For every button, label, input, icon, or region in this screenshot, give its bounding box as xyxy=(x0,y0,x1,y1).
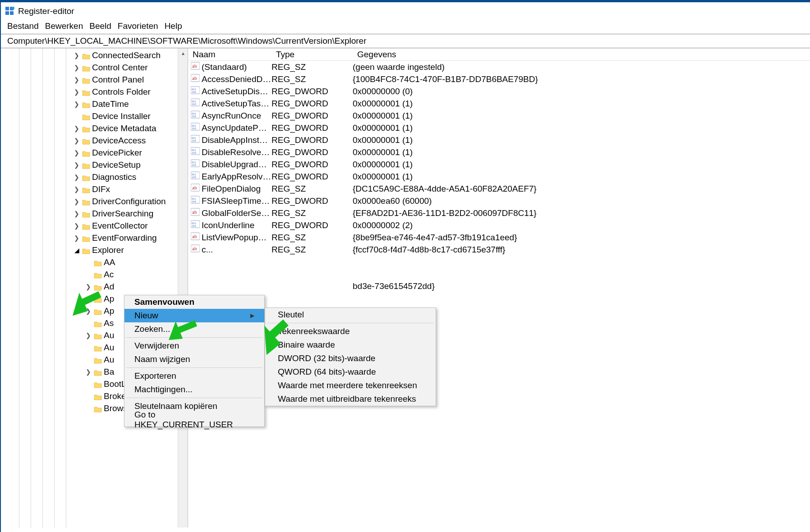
tree-item[interactable]: ❯Controls Folder xyxy=(1,86,188,98)
chevron-right-icon[interactable]: ❯ xyxy=(73,76,80,83)
value-row[interactable]: AccessDeniedDia...REG_SZ{100B4FC8-74C1-4… xyxy=(188,73,810,85)
tree-item[interactable]: AA xyxy=(1,256,188,268)
tree-item[interactable]: ❯DriverConfiguration xyxy=(1,195,188,207)
values-list: (Standaard)REG_SZ(geen waarde ingesteld)… xyxy=(188,61,810,292)
chevron-right-icon[interactable]: ❯ xyxy=(73,88,80,96)
value-data: {fccf70c8-f4d7-4d8b-8c17-cd6715e37fff} xyxy=(353,245,810,255)
chevron-right-icon[interactable]: ❯ xyxy=(73,174,80,181)
chevron-right-icon[interactable]: ❯ xyxy=(73,234,80,242)
tree-item[interactable]: Device Installer xyxy=(1,110,188,122)
context-menu-item[interactable]: Go to HKEY_CURRENT_USER xyxy=(124,413,264,427)
tree-item[interactable]: ◢Explorer xyxy=(1,244,188,256)
tree-item[interactable]: ❯DevicePicker xyxy=(1,147,188,159)
value-type: REG_DWORD xyxy=(272,172,353,182)
chevron-down-icon[interactable]: ◢ xyxy=(73,247,80,254)
value-name: AsyncRunOnce xyxy=(202,111,272,121)
value-type: REG_DWORD xyxy=(272,196,353,206)
menu-bewerken[interactable]: Bewerken xyxy=(45,21,83,31)
chevron-right-icon[interactable]: ❯ xyxy=(73,161,80,169)
tree-item[interactable]: ❯DeviceSetup xyxy=(1,159,188,171)
value-row[interactable]: ActiveSetupDisa...REG_DWORD0x00000000 (0… xyxy=(188,85,810,97)
value-row[interactable]: ActiveSetupTask...REG_DWORD0x00000001 (1… xyxy=(188,97,810,110)
value-type: REG_SZ xyxy=(272,184,353,194)
value-name: FileOpenDialog xyxy=(202,184,272,194)
chevron-right-icon[interactable]: ❯ xyxy=(73,52,80,59)
context-menu-item[interactable]: Samenvouwen xyxy=(124,295,264,309)
dword-value-icon xyxy=(191,171,202,182)
value-row[interactable]: c...REG_SZ{fccf70c8-f4d7-4d8b-8c17-cd671… xyxy=(188,243,810,256)
chevron-right-icon[interactable]: ❯ xyxy=(73,210,80,217)
tree-item[interactable]: ❯DriverSearching xyxy=(1,207,188,220)
value-type: REG_DWORD xyxy=(272,111,353,121)
value-row[interactable]: FSIASleepTimeIn...REG_DWORD0x0000ea60 (6… xyxy=(188,195,810,207)
value-row[interactable]: EarlyAppResolver...REG_DWORD0x00000001 (… xyxy=(188,170,810,183)
tree-item-label: DevicePicker xyxy=(92,148,142,158)
menu-help[interactable]: Help xyxy=(165,21,182,31)
context-menu-item[interactable]: Naam wijzigen xyxy=(124,353,264,366)
content-area: ❯ConnectedSearch❯Control Center❯Control … xyxy=(1,48,810,527)
value-row[interactable]: DisableResolveSt...REG_DWORD0x00000001 (… xyxy=(188,146,810,158)
menu-favorieten[interactable]: Favorieten xyxy=(118,21,158,31)
tree-item[interactable]: ❯Diagnostics xyxy=(1,171,188,183)
context-menu-label: Waarde met meerdere tekenreeksen xyxy=(278,381,417,390)
value-row[interactable]: GlobalFolderSetti...REG_SZ{EF8AD2D1-AE36… xyxy=(188,207,810,219)
tree-item[interactable]: ❯Control Panel xyxy=(1,73,188,86)
menu-bestand[interactable]: Bestand xyxy=(7,21,39,31)
tree-item-label: ConnectedSearch xyxy=(92,50,161,60)
value-data: {100B4FC8-74C1-470F-B1B7-DD7B6BAE79BD} xyxy=(353,74,810,84)
tree-item[interactable]: ❯Device Metadata xyxy=(1,122,188,134)
tree-item-label: DriverSearching xyxy=(92,209,153,219)
chevron-right-icon[interactable]: ❯ xyxy=(73,198,80,205)
value-row[interactable]: bd3e-73e6154572dd} xyxy=(188,280,810,292)
context-menu-item[interactable]: Machtigingen... xyxy=(124,383,264,396)
value-row[interactable]: (Standaard)REG_SZ(geen waarde ingesteld) xyxy=(188,61,810,73)
chevron-right-icon[interactable]: ❯ xyxy=(73,186,80,193)
chevron-right-icon[interactable]: ❯ xyxy=(73,125,80,132)
tree-item[interactable]: ❯Control Center xyxy=(1,61,188,73)
chevron-right-icon[interactable]: ❯ xyxy=(85,332,92,339)
value-row[interactable]: FileOpenDialogREG_SZ{DC1C5A9C-E88A-4dde-… xyxy=(188,183,810,195)
tree-scrollbar[interactable]: ▴ xyxy=(178,48,188,527)
context-menu-item[interactable]: Exporteren xyxy=(124,369,264,383)
chevron-right-icon[interactable]: ❯ xyxy=(73,101,80,108)
regedit-window: Register-editor BestandBewerkenBeeldFavo… xyxy=(0,0,810,532)
chevron-right-icon[interactable]: ❯ xyxy=(85,368,92,376)
tree-item[interactable]: ❯ConnectedSearch xyxy=(1,49,188,61)
context-menu-item[interactable]: QWORD (64 bits)-waarde xyxy=(265,365,436,379)
value-row[interactable]: AsyncUpdatePCS...REG_DWORD0x00000001 (1) xyxy=(188,122,810,134)
menu-beeld[interactable]: Beeld xyxy=(89,21,111,31)
chevron-right-icon[interactable]: ❯ xyxy=(73,64,80,71)
tree-item[interactable]: ❯DeviceAccess xyxy=(1,134,188,147)
value-row[interactable]: AsyncRunOnceREG_DWORD0x00000001 (1) xyxy=(188,110,810,122)
chevron-right-icon[interactable]: ❯ xyxy=(73,149,80,156)
chevron-right-icon[interactable]: ❯ xyxy=(73,222,80,229)
tree-item-label: DIFx xyxy=(92,184,110,194)
address-bar[interactable]: Computer\HKEY_LOCAL_MACHINE\SOFTWARE\Mic… xyxy=(1,34,810,48)
tree-item[interactable]: Ac xyxy=(1,268,188,280)
tree-item[interactable]: ❯DateTime xyxy=(1,98,188,110)
svg-marker-5 xyxy=(68,285,104,316)
context-menu-label: Go to HKEY_CURRENT_USER xyxy=(134,410,254,430)
tree-item-label: Explorer xyxy=(92,245,124,255)
scroll-up-icon[interactable]: ▴ xyxy=(178,48,188,58)
context-menu-label: Waarde met uitbreidbare tekenreeks xyxy=(278,394,416,404)
context-menu-item[interactable]: Waarde met uitbreidbare tekenreeks xyxy=(265,392,436,406)
tree-item[interactable]: ❯EventCollector xyxy=(1,220,188,232)
chevron-right-icon[interactable]: ❯ xyxy=(73,137,80,144)
context-menu-item[interactable]: Waarde met meerdere tekenreeksen xyxy=(265,379,436,392)
col-data[interactable]: Gegevens xyxy=(353,50,810,60)
value-name: ActiveSetupDisa... xyxy=(202,87,272,96)
value-type: REG_DWORD xyxy=(272,147,353,157)
value-row[interactable]: DisableAppInstall...REG_DWORD0x00000001 … xyxy=(188,134,810,146)
tree-item[interactable]: ❯DIFx xyxy=(1,183,188,195)
annotation-arrow-icon xyxy=(254,314,295,355)
value-type: REG_SZ xyxy=(272,245,353,255)
col-name[interactable]: Naam xyxy=(188,50,272,60)
col-type[interactable]: Type xyxy=(272,50,353,60)
value-row[interactable]: ListViewPopupCo...REG_SZ{8be9f5ea-e746-4… xyxy=(188,231,810,243)
value-name: FSIASleepTimeIn... xyxy=(202,196,272,206)
value-row[interactable]: IconUnderlineREG_DWORD0x00000002 (2) xyxy=(188,219,810,231)
tree-item[interactable]: ❯EventForwarding xyxy=(1,232,188,244)
tree-item-label: Control Panel xyxy=(92,75,144,85)
value-row[interactable]: DisableUpgradeC...REG_DWORD0x00000001 (1… xyxy=(188,158,810,170)
